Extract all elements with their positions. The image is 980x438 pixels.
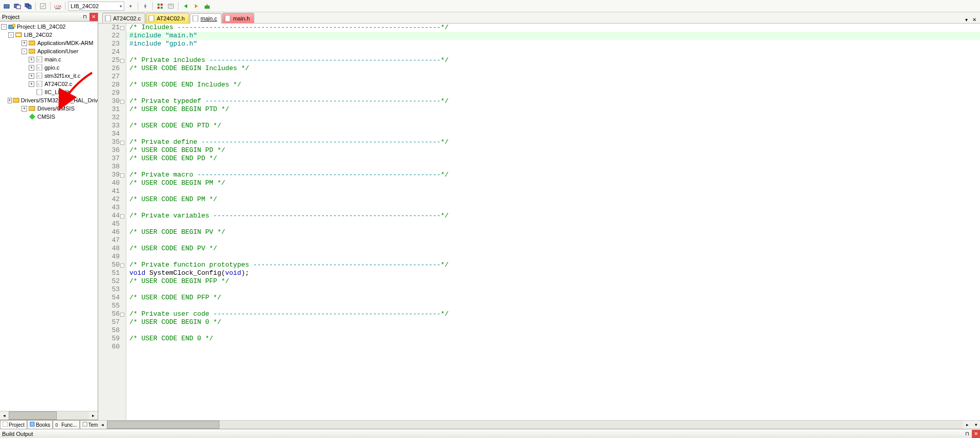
tree-item[interactable]: +Drivers/STM32F1xx_HAL_Driv <box>0 96 98 104</box>
code-line[interactable] <box>126 326 980 335</box>
panel-close-btn[interactable]: ✕ <box>90 13 98 21</box>
code-line[interactable]: /* USER CODE END PM */ <box>126 195 980 204</box>
download-btn[interactable]: LOAD <box>53 2 62 11</box>
code-line[interactable]: /* USER CODE END PD */ <box>126 155 980 163</box>
tree-item[interactable]: IIC_LIB.lib <box>0 88 98 96</box>
scroll-track[interactable] <box>107 421 963 429</box>
code-line[interactable]: /* USER CODE END PFP */ <box>126 294 980 302</box>
bottom-tab-project[interactable]: Project <box>0 420 27 429</box>
toolbar-sep <box>50 2 51 10</box>
expand-icon[interactable]: + <box>29 81 34 87</box>
code-line[interactable] <box>126 187 980 195</box>
tab-close-btn[interactable]: ✕ <box>971 16 978 23</box>
code-line[interactable] <box>126 220 980 228</box>
tree-item[interactable]: +cAT24C02.c <box>0 80 98 88</box>
code-line[interactable] <box>126 286 980 294</box>
code-line[interactable]: /* Includes ----------------------------… <box>126 24 980 32</box>
code-line[interactable]: /* USER CODE BEGIN PTD */ <box>126 105 980 114</box>
panel-close-btn[interactable]: ✕ <box>972 430 980 438</box>
build-btn[interactable] <box>38 2 48 11</box>
code-line[interactable]: /* USER CODE END PV */ <box>126 245 980 253</box>
tree-root[interactable]: - Project: LIB_24C02 <box>0 23 98 31</box>
code-line[interactable] <box>126 343 980 351</box>
scroll-track[interactable] <box>9 411 89 420</box>
expand-icon[interactable]: + <box>21 106 27 112</box>
bottom-tab-books[interactable]: Books <box>27 420 53 429</box>
tree-item[interactable]: CMSIS <box>0 113 98 121</box>
code-line[interactable]: /* USER CODE BEGIN Includes */ <box>126 64 980 73</box>
scroll-right-btn[interactable]: ▸ <box>963 421 972 429</box>
expand-icon[interactable]: + <box>29 73 34 79</box>
project-hscroll[interactable]: ◂ ▸ <box>0 411 98 420</box>
file-tab-AT24C02-h[interactable]: AT24C02.h <box>146 13 189 23</box>
target-select[interactable]: LIB_24C02 <box>68 2 124 11</box>
tree-item[interactable]: +cmain.c <box>0 55 98 63</box>
expand-icon[interactable]: - <box>21 49 27 54</box>
pack-installer-btn[interactable] <box>203 2 212 11</box>
code-line[interactable]: /* Private includes --------------------… <box>126 56 980 64</box>
code-line[interactable]: /* Private function prototypes ---------… <box>126 261 980 269</box>
code-line[interactable] <box>126 89 980 97</box>
code-line[interactable] <box>126 204 980 212</box>
code-line[interactable]: #include "gpio.h" <box>126 40 980 48</box>
expand-icon[interactable]: + <box>8 98 11 103</box>
code-line[interactable] <box>126 114 980 122</box>
code-line[interactable] <box>126 253 980 261</box>
code-line[interactable]: /* USER CODE END 0 */ <box>126 335 980 343</box>
bottom-tab-func[interactable]: {}Func... <box>53 420 80 429</box>
code-line[interactable]: /* Private variables -------------------… <box>126 212 980 220</box>
nav-back-btn[interactable] <box>181 2 190 11</box>
code-line[interactable]: /* USER CODE BEGIN PM */ <box>126 179 980 187</box>
code-line[interactable] <box>126 130 980 138</box>
expand-icon[interactable]: - <box>1 24 7 30</box>
file-tab-AT24C02-c[interactable]: AT24C02.c <box>102 13 145 23</box>
tree-target[interactable]: - LIB_24C02 <box>0 31 98 39</box>
expand-icon[interactable]: - <box>8 32 14 38</box>
code-line[interactable]: /* USER CODE BEGIN 0 */ <box>126 318 980 326</box>
tree-item[interactable]: +cstm32f1xx_it.c <box>0 72 98 80</box>
panel-pin-btn[interactable]: ⊓ <box>963 430 971 438</box>
code-line[interactable]: /* Private macro -----------------------… <box>126 171 980 179</box>
tab-list-btn[interactable]: ▾ <box>963 16 970 23</box>
code-line[interactable]: /* Private define ----------------------… <box>126 138 980 146</box>
code-line[interactable]: /* Private user code -------------------… <box>126 310 980 318</box>
toolbar-btn-1[interactable] <box>2 2 11 11</box>
code-line[interactable] <box>126 302 980 310</box>
tree-item[interactable]: -Application/User <box>0 47 98 55</box>
code-line[interactable]: /* USER CODE BEGIN PV */ <box>126 228 980 236</box>
options-btn[interactable] <box>141 2 150 11</box>
tree-item[interactable]: +Application/MDK-ARM <box>0 39 98 47</box>
code-line[interactable]: /* USER CODE END Includes */ <box>126 81 980 89</box>
toolbar-dd-btn[interactable]: ▾ <box>126 2 135 11</box>
code-line[interactable]: /* Private typedef ---------------------… <box>126 97 980 105</box>
expand-icon[interactable]: + <box>29 65 34 71</box>
nav-fwd-btn[interactable] <box>192 2 201 11</box>
code-line[interactable]: /* USER CODE BEGIN PFP */ <box>126 277 980 286</box>
code-line[interactable] <box>126 236 980 245</box>
scroll-down-btn[interactable]: ▾ <box>972 421 980 429</box>
panel-pin-btn[interactable]: ⊓ <box>81 13 89 21</box>
project-tree[interactable]: - Project: LIB_24C02 - LIB_24C02 +Applic… <box>0 21 98 411</box>
tree-item[interactable]: +cgpio.c <box>0 63 98 72</box>
code-line[interactable] <box>126 73 980 81</box>
expand-icon[interactable]: + <box>29 57 34 62</box>
toolbar-btn-2[interactable] <box>13 2 22 11</box>
editor-hscroll[interactable]: ◂ ▸ ▾ <box>98 420 980 429</box>
code-line[interactable]: void SystemClock_Config(void); <box>126 269 980 277</box>
file-tab-main-c[interactable]: main.c <box>190 13 221 24</box>
toolbar-btn-3[interactable] <box>24 2 33 11</box>
code-line[interactable]: #include "main.h" <box>126 32 980 40</box>
tree-item[interactable]: +Drivers/CMSIS <box>0 104 98 113</box>
file-tab-main-h[interactable]: main.h <box>222 13 254 23</box>
code-line[interactable] <box>126 48 980 56</box>
scroll-right-btn[interactable]: ▸ <box>89 411 98 420</box>
manage-rte-btn[interactable] <box>155 2 165 11</box>
code-line[interactable]: /* USER CODE BEGIN PD */ <box>126 146 980 155</box>
batch-btn[interactable] <box>166 2 175 11</box>
code-view[interactable]: /* Includes ----------------------------… <box>126 24 980 420</box>
scroll-left-btn[interactable]: ◂ <box>98 421 107 429</box>
scroll-left-btn[interactable]: ◂ <box>0 411 9 420</box>
expand-icon[interactable]: + <box>21 40 27 46</box>
code-line[interactable]: /* USER CODE END PTD */ <box>126 122 980 130</box>
code-line[interactable] <box>126 163 980 171</box>
